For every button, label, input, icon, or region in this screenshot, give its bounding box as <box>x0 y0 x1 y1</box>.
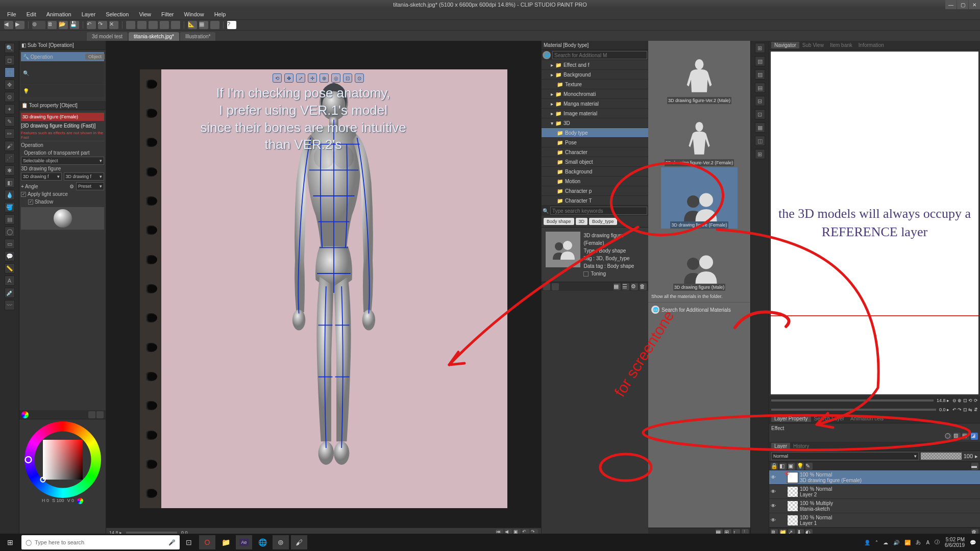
tray-ime-icon[interactable]: あ <box>916 539 921 546</box>
menu-edit[interactable]: Edit <box>21 10 41 18</box>
chrome-icon[interactable]: 🌐 <box>254 535 271 549</box>
mat-delete-icon[interactable]: 🗑 <box>640 283 647 290</box>
eraser-tool-icon[interactable]: ◧ <box>5 178 15 188</box>
material-tree-item[interactable]: ▸ 📁 Effect and f <box>542 60 648 70</box>
menu-filter[interactable]: Filter <box>156 10 179 18</box>
menu-window[interactable]: Window <box>179 10 209 18</box>
colorslider-icon[interactable] <box>96 411 104 418</box>
layer-row[interactable]: 👁100 % NormalLayer 2 <box>769 485 980 499</box>
tray-notifications-icon[interactable]: 💬 <box>970 540 976 545</box>
toning-checkbox[interactable]: Toning <box>583 270 644 278</box>
material-tree-item[interactable]: 📁 Background <box>542 167 648 177</box>
move-tool-icon[interactable]: ✥ <box>5 80 15 90</box>
snap-icon[interactable] <box>210 21 219 29</box>
effect-layercolor-icon[interactable]: ◪ <box>971 433 978 440</box>
ref-icon[interactable]: 💡 <box>797 463 804 470</box>
material-tree-item[interactable]: 📁 Pose <box>542 138 648 147</box>
selectable-object-dropdown[interactable]: Selectable object▾ <box>21 157 104 165</box>
material-search-input[interactable] <box>552 51 647 59</box>
new-icon[interactable]: 🗎 <box>47 21 57 29</box>
material-tree-item[interactable]: ▸ 📁 Manga material <box>542 99 648 109</box>
keyword-search-input[interactable] <box>550 207 647 215</box>
nav-rot-slider[interactable] <box>771 409 936 411</box>
panel8-icon[interactable]: ⊞ <box>755 149 765 159</box>
search-additional-link[interactable]: 🌐 Search for Additional Materials <box>648 302 750 317</box>
subtool-operation-row[interactable]: 🔧 Operation Object <box>21 52 104 61</box>
panel4-icon[interactable]: ⊟ <box>755 96 765 106</box>
zoom-slider[interactable] <box>126 532 177 534</box>
material-tree-item[interactable]: ▸ 📁 Image material <box>542 109 648 118</box>
tag-3d[interactable]: 3D <box>576 218 588 225</box>
color-wheel[interactable]: H 0 S 100 V 0 <box>19 419 106 537</box>
tab-layer-property[interactable]: Layer Property <box>771 415 811 422</box>
delete-icon[interactable]: ✕ <box>109 21 118 29</box>
navigator-preview[interactable]: the 3D models will always occupy a REFER… <box>770 51 979 395</box>
effect-tone-icon[interactable]: ▧ <box>953 433 961 440</box>
sel-tool5-icon[interactable] <box>171 21 180 29</box>
tab-titania-sketch[interactable]: titania-sketch.jpg* <box>129 32 179 41</box>
shadow-checkbox[interactable]: ✓ Shadow <box>21 198 104 206</box>
pen-tool-icon[interactable]: ✎ <box>5 116 15 127</box>
minimize-button[interactable]: — <box>945 0 957 9</box>
tray-lang-icon[interactable]: A <box>926 540 929 545</box>
text-tool-icon[interactable]: A <box>5 276 15 286</box>
layer-row[interactable]: 👁⊘100 % Normal3D drawing figure (Female) <box>769 470 980 485</box>
lock-icon[interactable]: 🔒 <box>771 463 778 470</box>
menu-file[interactable]: File <box>2 10 21 18</box>
material-tree-item[interactable]: 📁 Character <box>542 147 648 157</box>
canvas[interactable]: ⟲ ✥ ⤢ ✛ ⊕ ◎ ⊡ ⊙ <box>106 41 541 537</box>
tab-animation-cels[interactable]: Animation cels <box>847 415 887 422</box>
ruler-tool-icon[interactable]: 📏 <box>5 263 15 273</box>
material-tree-item[interactable]: 📁 Character T <box>542 196 648 206</box>
explorer-icon[interactable]: 📁 <box>217 535 234 549</box>
visibility-icon[interactable]: 👁 <box>771 489 778 494</box>
mat-new-icon[interactable] <box>552 283 559 290</box>
layer-row[interactable]: 👁100 % Multiplytitania-sketch <box>769 499 980 513</box>
undo-icon[interactable]: ↶ <box>87 21 96 29</box>
material-tree-item[interactable]: 📁 Small object <box>542 157 648 167</box>
operation-tool-icon[interactable]: ⬚ <box>5 67 15 78</box>
tray-clock[interactable]: 5:02 PM 6/6/2019 <box>945 537 965 548</box>
marquee-tool-icon[interactable]: ◻ <box>5 55 15 65</box>
panel5-icon[interactable]: ⊡ <box>755 109 765 119</box>
correct-line-icon[interactable]: 〰 <box>5 300 15 310</box>
draft-icon[interactable]: ✎ <box>805 463 813 470</box>
save-icon[interactable]: 💾 <box>70 21 79 29</box>
material-item-female-v2[interactable]: 3D drawing figure-Ver.2 (Female) <box>661 105 738 166</box>
tray-wifi-icon[interactable]: 📶 <box>904 540 911 545</box>
tag-body-type[interactable]: Body_type <box>589 218 617 225</box>
help-icon[interactable]: ? <box>227 21 236 29</box>
brush-tool-icon[interactable]: 🖌 <box>5 141 15 151</box>
panel7-icon[interactable]: ◫ <box>755 136 765 146</box>
material-tree-item[interactable]: ▸ 📁 Monochromati <box>542 89 648 99</box>
figure-tool-icon[interactable]: ◯ <box>5 227 15 237</box>
gradient-tool-icon[interactable]: ▤ <box>5 214 15 224</box>
mic-icon[interactable]: 🎤 <box>168 539 176 546</box>
magnify-tool-icon[interactable]: 🔍 <box>5 43 15 53</box>
layer-color-icon[interactable]: ▬ <box>971 463 978 470</box>
material-tree-item[interactable]: 📁 Body type <box>542 128 648 138</box>
sel-tool2-icon[interactable] <box>137 21 146 29</box>
tab-3d-model-test[interactable]: 3d model test <box>87 32 128 41</box>
ruler-icon[interactable]: 📐 <box>188 21 197 29</box>
tab-layer[interactable]: Layer <box>771 443 790 449</box>
tab-information[interactable]: Information <box>855 42 887 48</box>
material-item-male-v2[interactable]: 3D drawing figure-Ver.2 (Male) <box>661 43 738 104</box>
history-back-icon[interactable]: ◀ <box>4 21 13 29</box>
clipstudiopaint-icon[interactable]: 🖌 <box>291 535 307 549</box>
tag-body-shape[interactable]: Body shape <box>544 218 574 225</box>
tab-illustration[interactable]: Illustration* <box>180 32 215 41</box>
mat-list-icon[interactable]: ☰ <box>622 283 629 290</box>
panel3-icon[interactable]: ▤ <box>755 83 765 93</box>
menu-help[interactable]: Help <box>209 10 231 18</box>
grid-icon[interactable]: ▦ <box>199 21 208 29</box>
fill-tool-icon[interactable]: 🪣 <box>5 202 15 212</box>
blend-tool-icon[interactable]: 💧 <box>5 190 15 200</box>
visibility-icon[interactable]: 👁 <box>771 503 778 509</box>
show-all-link[interactable]: Show all the materials in the folder. <box>648 291 750 302</box>
sel-tool-icon[interactable] <box>126 21 135 29</box>
frame-tool-icon[interactable]: ▭ <box>5 239 15 249</box>
nav-zoom-slider[interactable] <box>771 399 934 402</box>
redo-icon[interactable]: ↷ <box>98 21 107 29</box>
mask-icon[interactable]: ▣ <box>788 463 795 470</box>
